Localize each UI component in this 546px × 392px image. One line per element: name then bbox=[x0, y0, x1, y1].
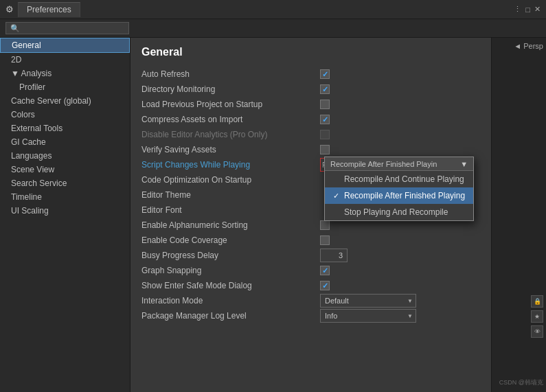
sidebar-item-timeline[interactable]: Timeline bbox=[0, 190, 130, 204]
menu-btn[interactable]: ⋮ bbox=[514, 5, 521, 14]
sidebar-item-colors[interactable]: Colors bbox=[0, 108, 130, 122]
popup-option-recompile-after[interactable]: ✓ Recompile After Finished Playing bbox=[325, 187, 473, 204]
graph-snapping-label: Graph Snapping bbox=[141, 266, 320, 275]
persp-label: ◄ Persp bbox=[514, 42, 543, 50]
setting-graph-snapping: Graph Snapping bbox=[141, 263, 480, 278]
popup-option-recompile-continue[interactable]: Recompile And Continue Playing bbox=[325, 171, 473, 187]
watermark: CSDN @韩墙克 bbox=[499, 378, 543, 387]
load-previous-checkbox[interactable] bbox=[320, 100, 330, 109]
right-panel: ◄ Persp 🔒 ★ 👁 CSDN @韩墙克 bbox=[491, 38, 546, 392]
setting-verify-saving: Verify Saving Assets bbox=[141, 142, 480, 157]
directory-monitoring-control bbox=[320, 84, 480, 94]
compress-assets-control bbox=[320, 115, 480, 124]
interaction-mode-label: Interaction Mode bbox=[141, 296, 320, 305]
setting-package-log-level: Package Manager Log Level Info ▼ bbox=[141, 308, 480, 323]
package-log-level-value: Info bbox=[325, 312, 337, 320]
busy-progress-control bbox=[320, 249, 480, 262]
disable-analytics-control bbox=[320, 130, 480, 139]
star-icon[interactable]: ★ bbox=[531, 310, 543, 323]
enable-sorting-checkbox[interactable] bbox=[320, 220, 330, 230]
interaction-mode-arrow: ▼ bbox=[407, 298, 413, 304]
graph-snapping-checkbox[interactable] bbox=[320, 266, 330, 275]
enable-sorting-control bbox=[320, 220, 480, 230]
verify-saving-checkbox[interactable] bbox=[320, 145, 330, 154]
maximize-btn[interactable]: □ bbox=[525, 5, 530, 14]
close-btn[interactable]: ✕ bbox=[534, 5, 541, 14]
show-safe-mode-checkbox[interactable] bbox=[320, 281, 330, 290]
setting-interaction-mode: Interaction Mode Default ▼ bbox=[141, 293, 480, 308]
editor-font-label: Editor Font bbox=[141, 205, 320, 215]
eye-icon[interactable]: 👁 bbox=[531, 325, 543, 338]
verify-saving-control bbox=[320, 145, 480, 154]
package-log-level-arrow: ▼ bbox=[407, 313, 413, 319]
sidebar-item-gi-cache[interactable]: GI Cache bbox=[0, 135, 130, 149]
show-safe-mode-label: Show Enter Safe Mode Dialog bbox=[141, 281, 320, 290]
package-log-level-dropdown[interactable]: Info ▼ bbox=[320, 309, 416, 323]
window-controls: ⋮ □ ✕ bbox=[514, 5, 541, 14]
sidebar-item-analysis[interactable]: ▼ Analysis bbox=[0, 67, 130, 80]
enable-sorting-label: Enable Alphanumeric Sorting bbox=[141, 220, 320, 230]
code-optimization-label: Code Optimization On Startup bbox=[141, 175, 320, 185]
sidebar-item-2d[interactable]: 2D bbox=[0, 53, 130, 67]
popup-option-recompile-after-label: Recompile After Finished Playing bbox=[344, 191, 465, 200]
compress-assets-label: Compress Assets on Import bbox=[141, 115, 320, 124]
sidebar-item-search-service[interactable]: Search Service bbox=[0, 176, 130, 190]
popup-option-stop-recompile-check bbox=[333, 208, 344, 216]
load-previous-control bbox=[320, 100, 480, 109]
setting-load-previous: Load Previous Project on Startup bbox=[141, 97, 480, 112]
sidebar-item-scene-view[interactable]: Scene View bbox=[0, 163, 130, 176]
busy-progress-label: Busy Progress Delay bbox=[141, 251, 320, 260]
interaction-mode-value: Default bbox=[325, 297, 349, 305]
lock-icon[interactable]: 🔒 bbox=[531, 295, 543, 308]
setting-disable-analytics: Disable Editor Analytics (Pro Only) bbox=[141, 127, 480, 142]
sidebar-item-cache-server[interactable]: Cache Server (global) bbox=[0, 94, 130, 108]
sidebar-item-profiler[interactable]: Profiler bbox=[0, 80, 130, 94]
popup-option-stop-recompile-label: Stop Playing And Recompile bbox=[344, 207, 448, 217]
preferences-tab[interactable]: Preferences bbox=[18, 2, 80, 17]
search-bar bbox=[0, 19, 546, 38]
viewport-icons: 🔒 ★ 👁 bbox=[531, 295, 543, 338]
setting-directory-monitoring: Directory Monitoring bbox=[141, 82, 480, 97]
sidebar-item-general[interactable]: General bbox=[0, 38, 130, 53]
sidebar-item-languages[interactable]: Languages bbox=[0, 149, 130, 163]
popup-header-arrow: ▼ bbox=[460, 160, 468, 168]
setting-auto-refresh: Auto Refresh bbox=[141, 67, 480, 82]
interaction-mode-control: Default ▼ bbox=[320, 294, 480, 308]
busy-progress-input[interactable] bbox=[320, 249, 348, 262]
preferences-icon: ⚙ bbox=[5, 4, 14, 14]
enable-coverage-control bbox=[320, 235, 480, 245]
disable-analytics-label: Disable Editor Analytics (Pro Only) bbox=[141, 130, 320, 139]
auto-refresh-label: Auto Refresh bbox=[141, 69, 320, 79]
popup-header-text: Recompile After Finished Playin bbox=[330, 160, 437, 168]
popup-option-recompile-continue-check bbox=[333, 175, 344, 183]
compress-assets-checkbox[interactable] bbox=[320, 115, 330, 124]
verify-saving-label: Verify Saving Assets bbox=[141, 145, 320, 154]
enable-coverage-checkbox[interactable] bbox=[320, 235, 330, 245]
sidebar-item-external-tools[interactable]: External Tools bbox=[0, 122, 130, 135]
auto-refresh-checkbox[interactable] bbox=[320, 69, 330, 79]
setting-busy-progress: Busy Progress Delay bbox=[141, 248, 480, 263]
enable-coverage-label: Enable Code Coverage bbox=[141, 235, 320, 245]
interaction-mode-dropdown[interactable]: Default ▼ bbox=[320, 294, 416, 308]
show-safe-mode-control bbox=[320, 281, 480, 290]
graph-snapping-control bbox=[320, 266, 480, 275]
sidebar: General 2D ▼ Analysis Profiler Cache Ser… bbox=[0, 38, 130, 392]
disable-analytics-checkbox bbox=[320, 130, 330, 139]
sidebar-item-ui-scaling[interactable]: UI Scaling bbox=[0, 204, 130, 218]
popup-option-recompile-after-check: ✓ bbox=[333, 192, 344, 200]
popup-option-stop-recompile[interactable]: Stop Playing And Recompile bbox=[325, 204, 473, 220]
directory-monitoring-checkbox[interactable] bbox=[320, 84, 330, 94]
script-changes-popup: Recompile After Finished Playin ▼ Recomp… bbox=[324, 157, 474, 221]
popup-option-recompile-continue-label: Recompile And Continue Playing bbox=[344, 174, 464, 184]
auto-refresh-control bbox=[320, 69, 480, 79]
setting-enable-coverage: Enable Code Coverage bbox=[141, 233, 480, 248]
setting-compress-assets: Compress Assets on Import bbox=[141, 112, 480, 127]
directory-monitoring-label: Directory Monitoring bbox=[141, 84, 320, 94]
search-input[interactable] bbox=[5, 22, 129, 34]
load-previous-label: Load Previous Project on Startup bbox=[141, 100, 320, 109]
title-bar: ⚙ Preferences ⋮ □ ✕ bbox=[0, 0, 546, 19]
editor-theme-label: Editor Theme bbox=[141, 190, 320, 200]
package-log-level-control: Info ▼ bbox=[320, 309, 480, 323]
package-log-level-label: Package Manager Log Level bbox=[141, 311, 320, 321]
page-title: General bbox=[141, 46, 480, 58]
